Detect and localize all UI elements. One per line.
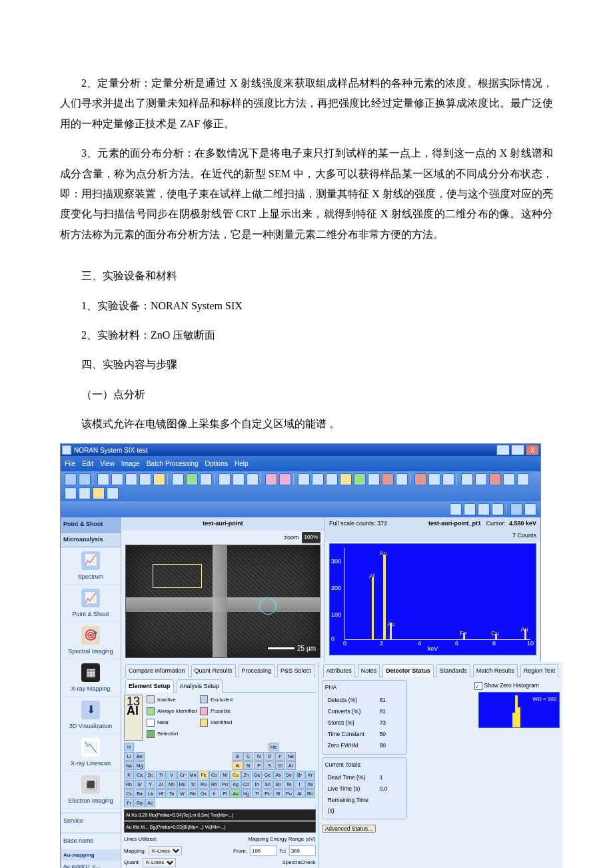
tab-notes[interactable]: Notes	[358, 664, 380, 677]
tab-standards[interactable]: Standards	[436, 664, 470, 677]
tool-icon[interactable]	[489, 473, 501, 485]
tool-icon[interactable]	[312, 473, 324, 485]
maximize-button[interactable]: □	[511, 445, 524, 455]
menu-batch[interactable]: Batch Processing	[147, 457, 199, 470]
spectrum-chart[interactable]: 300 200 100 0 0 2 4 6 8 10 keV	[329, 543, 536, 655]
tool-icon[interactable]	[139, 473, 151, 485]
tool-icon[interactable]	[428, 473, 440, 485]
sidebar-item-3d-vis[interactable]: ⬇ 3D Visualization	[61, 697, 121, 734]
menu-image[interactable]: Image	[121, 457, 140, 470]
sidebar-tab-point-shoot[interactable]: Point & Shoot	[61, 517, 121, 532]
tab-match-results[interactable]: Match Results	[473, 664, 518, 677]
show-zero-checkbox[interactable]	[474, 682, 482, 690]
peak-label: Fe	[460, 628, 467, 639]
tool-icon[interactable]	[414, 473, 426, 485]
tool-icon[interactable]	[279, 473, 291, 485]
zoom-value[interactable]: 100%	[302, 532, 320, 543]
tool-icon[interactable]	[111, 473, 123, 485]
tab-region-text[interactable]: Region Text	[520, 664, 558, 677]
zoom-1to1-icon[interactable]	[464, 503, 476, 515]
tool-icon[interactable]	[79, 473, 91, 485]
print-icon[interactable]	[125, 473, 137, 485]
tab-detector-status[interactable]: Detector Status	[382, 664, 434, 677]
tool-icon[interactable]	[396, 473, 408, 485]
arrow-left-icon[interactable]	[475, 473, 487, 485]
menu-edit[interactable]: Edit	[82, 457, 93, 470]
sidebar-item-spectrum[interactable]: 📈 Spectrum	[61, 547, 121, 585]
roi-rect[interactable]	[153, 564, 202, 588]
tool-icon[interactable]	[247, 473, 259, 485]
element-setup-panel: Compare Information Quant Results Proces…	[121, 662, 319, 868]
titlebar[interactable]: NORAN System SIX-test _ □ X	[61, 444, 540, 456]
tab-ps-select[interactable]: P&S Select	[277, 664, 314, 677]
delete-icon[interactable]	[461, 473, 473, 485]
menu-view[interactable]: View	[100, 457, 115, 470]
pha-label: PHA	[325, 682, 404, 693]
tool-icon[interactable]	[265, 473, 277, 485]
arrow-right-icon[interactable]	[517, 473, 529, 485]
to-label: To:	[279, 846, 287, 856]
sidebar: Point & Shoot Microanalysis 📈 Spectrum 📈…	[61, 517, 121, 868]
tool-icon[interactable]	[65, 487, 77, 499]
tool-icon[interactable]	[442, 473, 454, 485]
tool-icon[interactable]	[79, 487, 91, 499]
tab-analysis-setup[interactable]: Analysis Setup	[177, 679, 223, 693]
mapping-select[interactable]: K-Lines	[149, 846, 182, 855]
tool-icon[interactable]	[200, 473, 212, 485]
tool-icon[interactable]	[172, 473, 184, 485]
tool-icon[interactable]	[524, 503, 536, 515]
advanced-status-button[interactable]: Advanced Status...	[322, 825, 376, 833]
sidebar-item-linescan[interactable]: 📉 X-ray Linescan	[61, 734, 121, 771]
menu-file[interactable]: File	[65, 457, 75, 470]
tab-processing[interactable]: Processing	[239, 664, 275, 677]
pointer-icon[interactable]	[298, 473, 310, 485]
tab-compare-info[interactable]: Compare Information	[125, 664, 189, 677]
rect-tool-icon[interactable]	[340, 473, 352, 485]
sidebar-tab-microanalysis[interactable]: Microanalysis	[61, 533, 121, 547]
tool-icon[interactable]	[153, 473, 165, 485]
sidebar-item-electron-imaging[interactable]: 🔳 Electron Imaging	[61, 771, 121, 809]
pha-chart[interactable]: WD = 102	[478, 692, 560, 728]
to-input[interactable]	[289, 845, 316, 856]
x-axis-unit: keV	[428, 643, 438, 655]
menubar[interactable]: File Edit View Image Batch Processing Op…	[61, 456, 540, 471]
tool-icon[interactable]	[503, 473, 515, 485]
tool-icon[interactable]	[65, 473, 77, 485]
sidebar-item-spectral-imaging[interactable]: 🎯 Spectral Imaging	[61, 622, 121, 659]
from-input[interactable]	[250, 845, 277, 856]
close-button[interactable]: X	[526, 445, 539, 455]
roi-circle[interactable]	[259, 597, 277, 615]
tab-attributes[interactable]: Attributes	[323, 664, 355, 677]
zoom-out-icon[interactable]	[492, 503, 504, 515]
minimize-button[interactable]: _	[496, 445, 510, 455]
tool-icon[interactable]	[97, 473, 109, 485]
sidebar-history-item[interactable]: Au-point(1)_p...	[61, 861, 121, 868]
legend-possible: Possible	[211, 706, 233, 716]
periodic-table[interactable]: HHe LiBeBCNOFNe NaMgAlSiPSClAr KCaScTiVC…	[124, 743, 316, 807]
play-icon[interactable]	[186, 473, 198, 485]
record-icon[interactable]	[382, 473, 394, 485]
quant-select[interactable]: K-Lines	[143, 858, 176, 867]
sidebar-history-title[interactable]: Au-mapping	[61, 849, 121, 861]
sidebar-service[interactable]: Service	[61, 813, 121, 829]
sem-image[interactable]: 25 μm	[125, 545, 320, 658]
tool-icon[interactable]	[219, 473, 231, 485]
zoom-in-icon[interactable]	[478, 503, 490, 515]
tool-icon[interactable]	[233, 473, 245, 485]
stat-value: 50	[380, 729, 404, 739]
circle-tool-icon[interactable]	[354, 473, 366, 485]
tab-quant-results[interactable]: Quant Results	[191, 664, 236, 677]
tab-element-setup[interactable]: Element Setup	[125, 679, 174, 693]
menu-help[interactable]: Help	[235, 457, 249, 470]
tool-icon[interactable]	[510, 503, 522, 515]
sidebar-item-point-shoot[interactable]: 📈 Point & Shoot	[61, 585, 121, 622]
sidebar-item-xray-mapping[interactable]: ▦ X-ray Mapping	[61, 659, 121, 697]
mapping-energy-range-label: Mapping Energy Range (eV)	[248, 834, 315, 844]
tool-icon[interactable]	[326, 473, 338, 485]
menu-options[interactable]: Options	[205, 457, 227, 470]
tool-icon[interactable]	[107, 487, 119, 499]
cursor-value: 4.580 keV	[509, 520, 536, 527]
zoom-fit-icon[interactable]	[450, 503, 462, 515]
tool-icon[interactable]	[93, 487, 105, 499]
tool-icon[interactable]	[368, 473, 380, 485]
